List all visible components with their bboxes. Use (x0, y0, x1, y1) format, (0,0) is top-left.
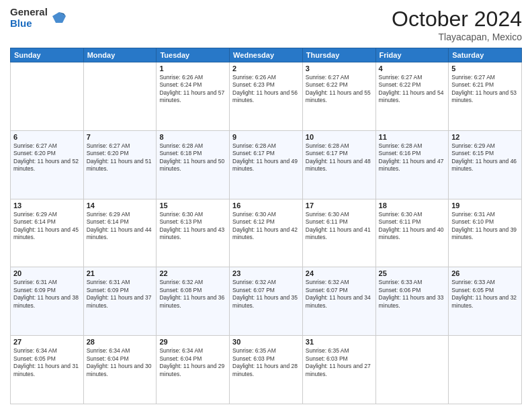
day-number: 14 (87, 201, 154, 210)
table-row: 23Sunrise: 6:32 AMSunset: 6:07 PMDayligh… (230, 267, 303, 336)
day-content: Sunrise: 6:30 AMSunset: 6:13 PMDaylight:… (159, 211, 226, 242)
day-number: 24 (306, 269, 373, 277)
day-number: 18 (379, 201, 446, 210)
day-number: 22 (159, 269, 226, 277)
day-content: Sunrise: 6:34 AMSunset: 6:05 PMDaylight:… (13, 347, 81, 378)
day-number: 21 (87, 269, 154, 277)
table-row: 18Sunrise: 6:30 AMSunset: 6:11 PMDayligh… (375, 199, 449, 267)
table-row (11, 62, 84, 131)
day-content: Sunrise: 6:27 AMSunset: 6:22 PMDaylight:… (306, 74, 373, 105)
day-number: 13 (13, 201, 81, 210)
logo-general: General (10, 7, 48, 18)
table-row: 9Sunrise: 6:28 AMSunset: 6:17 PMDaylight… (230, 130, 303, 199)
table-row: 28Sunrise: 6:34 AMSunset: 6:04 PMDayligh… (83, 336, 157, 404)
day-number: 3 (306, 64, 373, 73)
day-content: Sunrise: 6:35 AMSunset: 6:03 PMDaylight:… (232, 347, 300, 378)
day-content: Sunrise: 6:31 AMSunset: 6:09 PMDaylight:… (13, 279, 81, 310)
day-content: Sunrise: 6:32 AMSunset: 6:07 PMDaylight:… (306, 279, 373, 310)
table-row: 8Sunrise: 6:28 AMSunset: 6:18 PMDaylight… (157, 130, 230, 199)
page: General Blue October 2024 Tlayacapan, Me… (0, 0, 532, 411)
table-row: 2Sunrise: 6:26 AMSunset: 6:23 PMDaylight… (230, 62, 303, 131)
logo-icon (52, 11, 66, 26)
table-row (375, 336, 449, 404)
day-number: 2 (232, 64, 300, 73)
col-friday: Friday (375, 48, 449, 62)
day-content: Sunrise: 6:31 AMSunset: 6:09 PMDaylight:… (87, 279, 154, 310)
table-row: 14Sunrise: 6:29 AMSunset: 6:14 PMDayligh… (83, 199, 157, 267)
day-number: 7 (87, 133, 154, 141)
day-content: Sunrise: 6:28 AMSunset: 6:18 PMDaylight:… (159, 142, 226, 173)
day-number: 9 (232, 133, 300, 141)
table-row: 10Sunrise: 6:28 AMSunset: 6:17 PMDayligh… (302, 130, 375, 199)
calendar-week-row: 1Sunrise: 6:26 AMSunset: 6:24 PMDaylight… (11, 62, 522, 131)
table-row: 12Sunrise: 6:29 AMSunset: 6:15 PMDayligh… (449, 130, 522, 199)
day-number: 4 (379, 64, 446, 73)
day-number: 6 (13, 133, 81, 141)
table-row: 19Sunrise: 6:31 AMSunset: 6:10 PMDayligh… (449, 199, 522, 267)
table-row: 24Sunrise: 6:32 AMSunset: 6:07 PMDayligh… (302, 267, 375, 336)
day-content: Sunrise: 6:34 AMSunset: 6:04 PMDaylight:… (87, 347, 154, 378)
location: Tlayacapan, Mexico (392, 32, 522, 42)
day-number: 1 (159, 64, 226, 73)
calendar-table: Sunday Monday Tuesday Wednesday Thursday… (10, 48, 522, 404)
day-number: 26 (451, 269, 519, 277)
day-content: Sunrise: 6:35 AMSunset: 6:03 PMDaylight:… (306, 347, 373, 378)
day-number: 15 (159, 201, 226, 210)
day-number: 28 (87, 338, 154, 346)
table-row: 3Sunrise: 6:27 AMSunset: 6:22 PMDaylight… (302, 62, 375, 131)
day-number: 16 (232, 201, 300, 210)
table-row: 5Sunrise: 6:27 AMSunset: 6:21 PMDaylight… (449, 62, 522, 131)
table-row: 13Sunrise: 6:29 AMSunset: 6:14 PMDayligh… (11, 199, 84, 267)
calendar-week-row: 20Sunrise: 6:31 AMSunset: 6:09 PMDayligh… (11, 267, 522, 336)
day-content: Sunrise: 6:32 AMSunset: 6:07 PMDaylight:… (232, 279, 300, 310)
day-content: Sunrise: 6:32 AMSunset: 6:08 PMDaylight:… (159, 279, 226, 310)
day-number: 30 (232, 338, 300, 346)
table-row: 7Sunrise: 6:27 AMSunset: 6:20 PMDaylight… (83, 130, 157, 199)
table-row: 4Sunrise: 6:27 AMSunset: 6:22 PMDaylight… (375, 62, 449, 131)
col-saturday: Saturday (449, 48, 522, 62)
calendar-week-row: 27Sunrise: 6:34 AMSunset: 6:05 PMDayligh… (11, 336, 522, 404)
day-number: 29 (159, 338, 226, 346)
table-row: 6Sunrise: 6:27 AMSunset: 6:20 PMDaylight… (11, 130, 84, 199)
table-row: 22Sunrise: 6:32 AMSunset: 6:08 PMDayligh… (157, 267, 230, 336)
table-row: 11Sunrise: 6:28 AMSunset: 6:16 PMDayligh… (375, 130, 449, 199)
header: General Blue October 2024 Tlayacapan, Me… (10, 7, 522, 42)
day-content: Sunrise: 6:30 AMSunset: 6:12 PMDaylight:… (232, 211, 300, 242)
day-content: Sunrise: 6:33 AMSunset: 6:05 PMDaylight:… (451, 279, 519, 310)
day-number: 17 (306, 201, 373, 210)
day-content: Sunrise: 6:33 AMSunset: 6:06 PMDaylight:… (379, 279, 446, 310)
title-block: October 2024 Tlayacapan, Mexico (392, 7, 522, 42)
day-content: Sunrise: 6:27 AMSunset: 6:22 PMDaylight:… (379, 74, 446, 105)
day-content: Sunrise: 6:34 AMSunset: 6:04 PMDaylight:… (159, 347, 226, 378)
table-row: 30Sunrise: 6:35 AMSunset: 6:03 PMDayligh… (230, 336, 303, 404)
day-content: Sunrise: 6:29 AMSunset: 6:14 PMDaylight:… (13, 211, 81, 242)
day-content: Sunrise: 6:29 AMSunset: 6:14 PMDaylight:… (87, 211, 154, 242)
day-number: 5 (451, 64, 519, 73)
day-content: Sunrise: 6:28 AMSunset: 6:16 PMDaylight:… (379, 142, 446, 173)
day-number: 25 (379, 269, 446, 277)
day-number: 27 (13, 338, 81, 346)
table-row: 21Sunrise: 6:31 AMSunset: 6:09 PMDayligh… (83, 267, 157, 336)
day-number: 31 (306, 338, 373, 346)
day-content: Sunrise: 6:29 AMSunset: 6:15 PMDaylight:… (451, 142, 519, 173)
day-number: 12 (451, 133, 519, 141)
day-content: Sunrise: 6:30 AMSunset: 6:11 PMDaylight:… (306, 211, 373, 242)
table-row: 1Sunrise: 6:26 AMSunset: 6:24 PMDaylight… (157, 62, 230, 131)
table-row (83, 62, 157, 131)
calendar-week-row: 13Sunrise: 6:29 AMSunset: 6:14 PMDayligh… (11, 199, 522, 267)
table-row: 29Sunrise: 6:34 AMSunset: 6:04 PMDayligh… (157, 336, 230, 404)
calendar-header-row: Sunday Monday Tuesday Wednesday Thursday… (11, 48, 522, 62)
day-content: Sunrise: 6:31 AMSunset: 6:10 PMDaylight:… (451, 211, 519, 242)
col-monday: Monday (83, 48, 157, 62)
table-row: 31Sunrise: 6:35 AMSunset: 6:03 PMDayligh… (302, 336, 375, 404)
day-content: Sunrise: 6:26 AMSunset: 6:23 PMDaylight:… (232, 74, 300, 105)
col-thursday: Thursday (302, 48, 375, 62)
col-wednesday: Wednesday (230, 48, 303, 62)
col-sunday: Sunday (11, 48, 84, 62)
day-number: 19 (451, 201, 519, 210)
day-content: Sunrise: 6:30 AMSunset: 6:11 PMDaylight:… (379, 211, 446, 242)
calendar-week-row: 6Sunrise: 6:27 AMSunset: 6:20 PMDaylight… (11, 130, 522, 199)
logo-blue: Blue (10, 18, 48, 30)
day-content: Sunrise: 6:28 AMSunset: 6:17 PMDaylight:… (232, 142, 300, 173)
day-content: Sunrise: 6:28 AMSunset: 6:17 PMDaylight:… (306, 142, 373, 173)
